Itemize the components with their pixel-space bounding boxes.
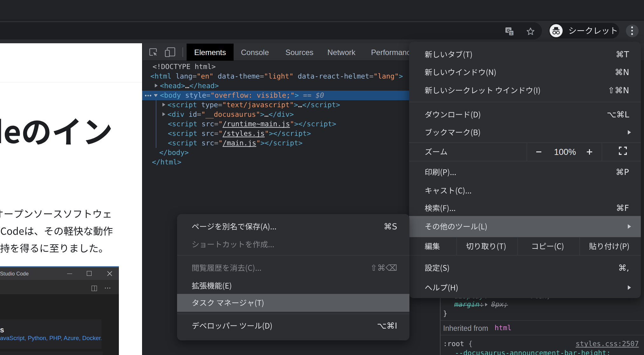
svg-text:文: 文 (510, 31, 513, 35)
